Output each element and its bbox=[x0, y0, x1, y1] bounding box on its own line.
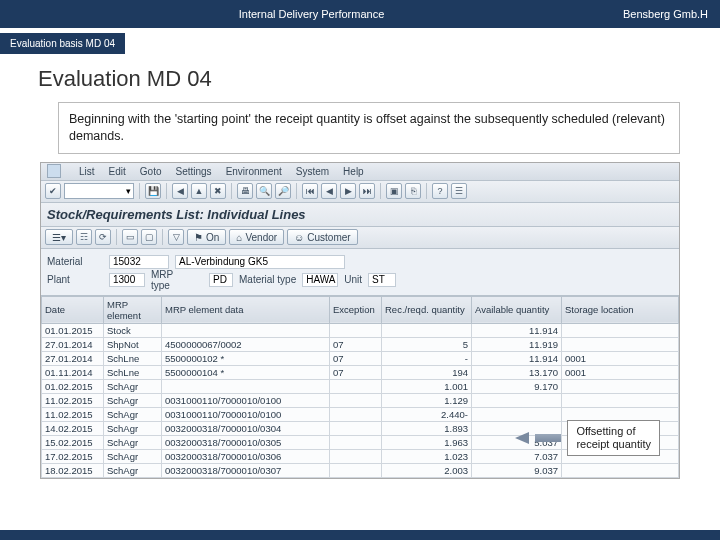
enter-icon[interactable]: ✔ bbox=[45, 183, 61, 199]
menu-environment[interactable]: Environment bbox=[226, 166, 282, 177]
unit-value: ST bbox=[368, 273, 396, 287]
table-row[interactable]: 27.01.2014ShpNot4500000067/000207511.919 bbox=[42, 337, 679, 351]
show-overview-button[interactable]: ☰▾ bbox=[45, 229, 73, 245]
col-rec-qty[interactable]: Rec./reqd. quantity bbox=[382, 296, 472, 323]
menu-system[interactable]: System bbox=[296, 166, 329, 177]
callout-line1: Offsetting of bbox=[576, 425, 651, 438]
material-value: 15032 bbox=[109, 255, 169, 269]
mrptype-value: PD bbox=[209, 273, 233, 287]
page-title: Evaluation MD 04 bbox=[0, 54, 720, 102]
arrow-left-icon bbox=[515, 432, 529, 444]
slide-header: Internal Delivery Performance Bensberg G… bbox=[0, 0, 720, 28]
command-field[interactable]: ▾ bbox=[64, 183, 134, 199]
filter-icon[interactable]: ▽ bbox=[168, 229, 184, 245]
mrptype-label: MRP type bbox=[151, 269, 169, 291]
arrow-tail bbox=[535, 434, 561, 442]
help-icon[interactable]: ? bbox=[432, 183, 448, 199]
find-next-icon[interactable]: 🔎 bbox=[275, 183, 291, 199]
save-icon[interactable]: 💾 bbox=[145, 183, 161, 199]
table-row[interactable]: 01.02.2015SchAgr1.0019.170 bbox=[42, 379, 679, 393]
print-icon[interactable]: 🖶 bbox=[237, 183, 253, 199]
unit-label: Unit bbox=[344, 274, 362, 285]
menu-help[interactable]: Help bbox=[343, 166, 364, 177]
col-storage[interactable]: Storage location bbox=[562, 296, 679, 323]
menu-edit[interactable]: Edit bbox=[109, 166, 126, 177]
material-desc: AL-Verbindung GK5 bbox=[175, 255, 345, 269]
description-box: Beginning with the 'starting point' the … bbox=[58, 102, 680, 154]
col-mrp-element[interactable]: MRP element bbox=[104, 296, 162, 323]
table-row[interactable]: 01.11.2014SchLne5500000104 *0719413.1700… bbox=[42, 365, 679, 379]
grid-header-row: Date MRP element MRP element data Except… bbox=[42, 296, 679, 323]
menu-goto[interactable]: Goto bbox=[140, 166, 162, 177]
doc-icon[interactable]: ▭ bbox=[122, 229, 138, 245]
sap-app-toolbar: ☰▾ ☶ ⟳ ▭ ▢ ▽ ⚑On ⌂Vendor ☺Customer bbox=[41, 227, 679, 249]
sap-screen-title: Stock/Requirements List: Individual Line… bbox=[41, 203, 679, 227]
new-session-icon[interactable]: ▣ bbox=[386, 183, 402, 199]
breadcrumb: Evaluation basis MD 04 bbox=[0, 28, 720, 54]
prev-page-icon[interactable]: ◀ bbox=[321, 183, 337, 199]
col-date[interactable]: Date bbox=[42, 296, 104, 323]
header-info: Material 15032 AL-Verbindung GK5 Plant 1… bbox=[41, 249, 679, 296]
menu-settings[interactable]: Settings bbox=[175, 166, 211, 177]
mattype-label: Material type bbox=[239, 274, 296, 285]
callout-box: Offsetting of receipt quantity bbox=[567, 420, 660, 456]
table-row[interactable]: 27.01.2014SchLne5500000102 *07-11.914000… bbox=[42, 351, 679, 365]
find-icon[interactable]: 🔍 bbox=[256, 183, 272, 199]
back-icon[interactable]: ◀ bbox=[172, 183, 188, 199]
col-exception[interactable]: Exception bbox=[330, 296, 382, 323]
menu-list[interactable]: List bbox=[79, 166, 95, 177]
details-icon[interactable]: ☶ bbox=[76, 229, 92, 245]
slide-footer bbox=[0, 530, 720, 540]
table-row[interactable]: 11.02.2015SchAgr0031000110/7000010/01001… bbox=[42, 393, 679, 407]
refresh-icon[interactable]: ⟳ bbox=[95, 229, 111, 245]
material-label: Material bbox=[47, 256, 103, 267]
exit-icon[interactable]: ▲ bbox=[191, 183, 207, 199]
callout-line2: receipt quantity bbox=[576, 438, 651, 451]
layout-icon[interactable]: ☰ bbox=[451, 183, 467, 199]
header-company: Bensberg Gmb.H bbox=[623, 8, 720, 20]
header-title: Internal Delivery Performance bbox=[0, 8, 623, 20]
sap-window-icon[interactable] bbox=[47, 164, 61, 178]
next-page-icon[interactable]: ▶ bbox=[340, 183, 356, 199]
last-page-icon[interactable]: ⏭ bbox=[359, 183, 375, 199]
filter-on-button[interactable]: ⚑On bbox=[187, 229, 226, 245]
col-mrp-data[interactable]: MRP element data bbox=[162, 296, 330, 323]
breadcrumb-tab: Evaluation basis MD 04 bbox=[0, 33, 125, 54]
table-row[interactable]: 18.02.2015SchAgr0032000318/7000010/03072… bbox=[42, 463, 679, 477]
col-avail-qty[interactable]: Available quantity bbox=[472, 296, 562, 323]
customer-button[interactable]: ☺Customer bbox=[287, 229, 358, 245]
mattype-value: HAWA bbox=[302, 273, 338, 287]
table-row[interactable]: 01.01.2015Stock11.914 bbox=[42, 323, 679, 337]
annotation-callout: Offsetting of receipt quantity bbox=[515, 420, 660, 456]
plant-label: Plant bbox=[47, 274, 103, 285]
shortcut-icon[interactable]: ⎘ bbox=[405, 183, 421, 199]
sap-standard-toolbar: ✔ ▾ 💾 ◀ ▲ ✖ 🖶 🔍 🔎 ⏮ ◀ ▶ ⏭ ▣ ⎘ ? ☰ bbox=[41, 181, 679, 203]
vendor-button[interactable]: ⌂Vendor bbox=[229, 229, 284, 245]
first-page-icon[interactable]: ⏮ bbox=[302, 183, 318, 199]
sap-menubar: List Edit Goto Settings Environment Syst… bbox=[41, 163, 679, 181]
cancel-icon[interactable]: ✖ bbox=[210, 183, 226, 199]
plant-value: 1300 bbox=[109, 273, 145, 287]
tree-icon[interactable]: ▢ bbox=[141, 229, 157, 245]
